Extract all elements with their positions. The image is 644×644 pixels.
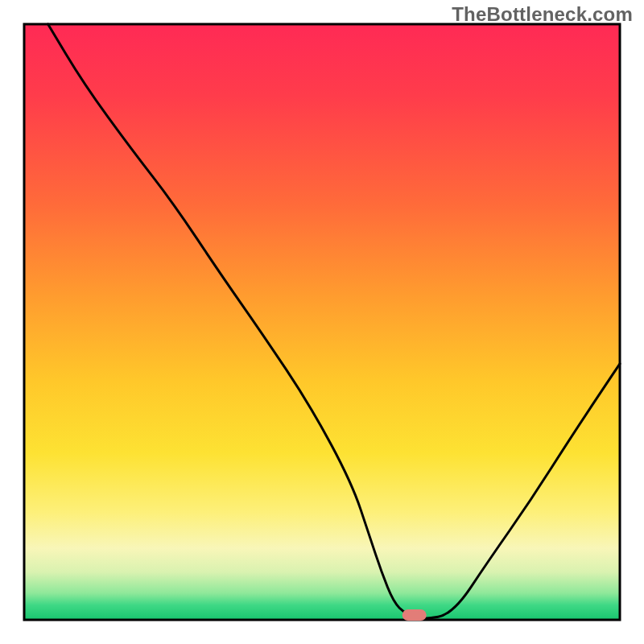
watermark-text: TheBottleneck.com bbox=[452, 3, 633, 26]
plot-gradient-bg bbox=[24, 24, 620, 620]
bottleneck-chart: TheBottleneck.com bbox=[0, 0, 644, 644]
chart-svg bbox=[0, 0, 644, 644]
optimal-marker bbox=[402, 609, 427, 621]
